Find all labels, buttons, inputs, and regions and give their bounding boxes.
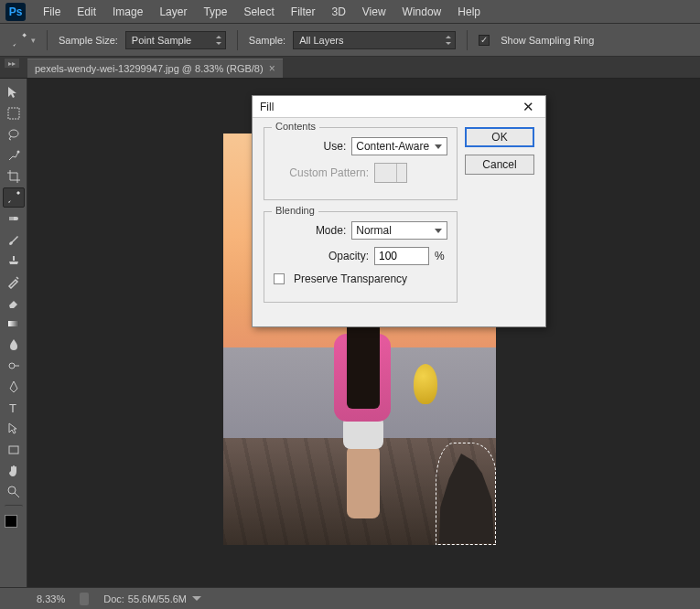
- document-tab-bar: pexels-wendy-wei-13299947.jpg @ 8.33% (R…: [0, 57, 700, 79]
- zoom-slider-handle[interactable]: [80, 593, 89, 605]
- menu-layer[interactable]: Layer: [151, 5, 195, 18]
- contents-fieldset: Contents Use: Content-Aware Custom Patte…: [264, 127, 458, 200]
- close-icon[interactable]: ✕: [519, 99, 538, 115]
- blending-legend: Blending: [272, 205, 318, 216]
- svg-point-2: [16, 151, 19, 154]
- menu-help[interactable]: Help: [449, 5, 489, 18]
- tool-preset-chevron-icon[interactable]: ▾: [31, 36, 36, 45]
- eraser-tool[interactable]: [3, 293, 25, 313]
- eyedropper-icon: [11, 32, 27, 48]
- separator: [237, 30, 238, 50]
- preserve-transparency-label: Preserve Transparency: [294, 272, 407, 285]
- contents-legend: Contents: [272, 121, 319, 132]
- menu-3d[interactable]: 3D: [323, 5, 353, 18]
- use-select[interactable]: Content-Aware: [351, 137, 447, 155]
- pen-tool[interactable]: [3, 377, 25, 397]
- separator: [467, 30, 468, 50]
- doc-info-menu-icon[interactable]: [192, 596, 201, 601]
- selection-marquee: [436, 443, 496, 545]
- use-label: Use:: [274, 140, 346, 153]
- fill-dialog: Fill ✕ OK Cancel Contents Use: Content-A…: [252, 95, 546, 327]
- zoom-level[interactable]: 8.33%: [37, 593, 65, 604]
- blending-fieldset: Blending Mode: Normal Opacity: % Preserv…: [264, 211, 458, 303]
- menu-bar: Ps File Edit Image Layer Type Select Fil…: [0, 0, 700, 24]
- svg-rect-0: [8, 108, 19, 119]
- opacity-unit: %: [435, 250, 445, 262]
- doc-info-value: 55.6M/55.6M: [128, 593, 187, 604]
- status-bar: 8.33% Doc: 55.6M/55.6M: [0, 587, 700, 609]
- app-logo: Ps: [5, 3, 26, 21]
- document-tab[interactable]: pexels-wendy-wei-13299947.jpg @ 8.33% (R…: [27, 59, 283, 78]
- brush-tool[interactable]: [3, 230, 25, 250]
- custom-pattern-swatch: [374, 163, 407, 183]
- quick-selection-tool[interactable]: [3, 145, 25, 166]
- menu-type[interactable]: Type: [195, 5, 235, 18]
- dialog-titlebar[interactable]: Fill ✕: [253, 96, 545, 118]
- mode-label: Mode:: [274, 224, 346, 237]
- menu-file[interactable]: File: [35, 5, 69, 18]
- svg-point-9: [8, 486, 16, 494]
- tool-separator: [5, 505, 23, 510]
- mode-select[interactable]: Normal: [351, 221, 447, 240]
- sample-select[interactable]: All Layers: [293, 31, 456, 49]
- document-tab-title: pexels-wendy-wei-13299947.jpg @ 8.33% (R…: [35, 63, 264, 74]
- rectangle-tool[interactable]: [3, 440, 25, 460]
- svg-rect-4: [9, 217, 14, 220]
- move-tool[interactable]: [3, 82, 25, 102]
- menu-view[interactable]: View: [354, 5, 394, 18]
- dodge-tool[interactable]: [3, 356, 25, 376]
- healing-brush-tool[interactable]: [3, 208, 25, 229]
- separator: [47, 30, 48, 50]
- path-selection-tool[interactable]: [3, 419, 25, 439]
- sample-size-label: Sample Size:: [59, 35, 118, 46]
- doc-info-label: Doc:: [103, 593, 124, 604]
- opacity-input[interactable]: [374, 247, 429, 265]
- color-swatch[interactable]: [5, 515, 23, 533]
- type-tool[interactable]: T: [3, 398, 25, 418]
- cancel-button[interactable]: Cancel: [465, 155, 534, 175]
- menu-image[interactable]: Image: [104, 5, 151, 18]
- preserve-transparency-checkbox[interactable]: [274, 273, 285, 284]
- crop-tool[interactable]: [3, 166, 25, 187]
- photo-buoy: [414, 364, 437, 404]
- clone-stamp-tool[interactable]: [3, 251, 25, 271]
- svg-text:T: T: [9, 401, 16, 415]
- tools-panel: T: [0, 79, 27, 587]
- gradient-tool[interactable]: [3, 314, 25, 334]
- zoom-tool[interactable]: [3, 482, 25, 502]
- blur-tool[interactable]: [3, 335, 25, 355]
- options-bar: ▾ Sample Size: Point Sample Sample: All …: [0, 24, 700, 57]
- sample-size-select[interactable]: Point Sample: [125, 31, 226, 49]
- opacity-label: Opacity:: [274, 250, 369, 262]
- menu-select[interactable]: Select: [235, 5, 282, 18]
- ok-button[interactable]: OK: [465, 127, 534, 147]
- sample-label: Sample:: [249, 35, 285, 46]
- svg-point-1: [9, 130, 18, 137]
- show-sampling-ring-checkbox[interactable]: [479, 35, 490, 46]
- show-sampling-ring-label: Show Sampling Ring: [501, 35, 594, 46]
- marquee-tool[interactable]: [3, 103, 25, 123]
- menu-window[interactable]: Window: [394, 5, 450, 18]
- menu-edit[interactable]: Edit: [69, 5, 104, 18]
- lasso-tool[interactable]: [3, 124, 25, 144]
- history-brush-tool[interactable]: [3, 272, 25, 292]
- eyedropper-tool[interactable]: [3, 187, 25, 208]
- menu-filter[interactable]: Filter: [283, 5, 324, 18]
- custom-pattern-label: Custom Pattern:: [274, 166, 369, 179]
- svg-rect-5: [8, 321, 19, 326]
- toolbar-expand-icon[interactable]: ▸▸: [5, 59, 19, 68]
- close-tab-icon[interactable]: ×: [269, 62, 275, 75]
- hand-tool[interactable]: [3, 461, 25, 481]
- svg-rect-8: [9, 446, 18, 454]
- dialog-title: Fill: [260, 101, 274, 113]
- svg-point-6: [9, 363, 15, 369]
